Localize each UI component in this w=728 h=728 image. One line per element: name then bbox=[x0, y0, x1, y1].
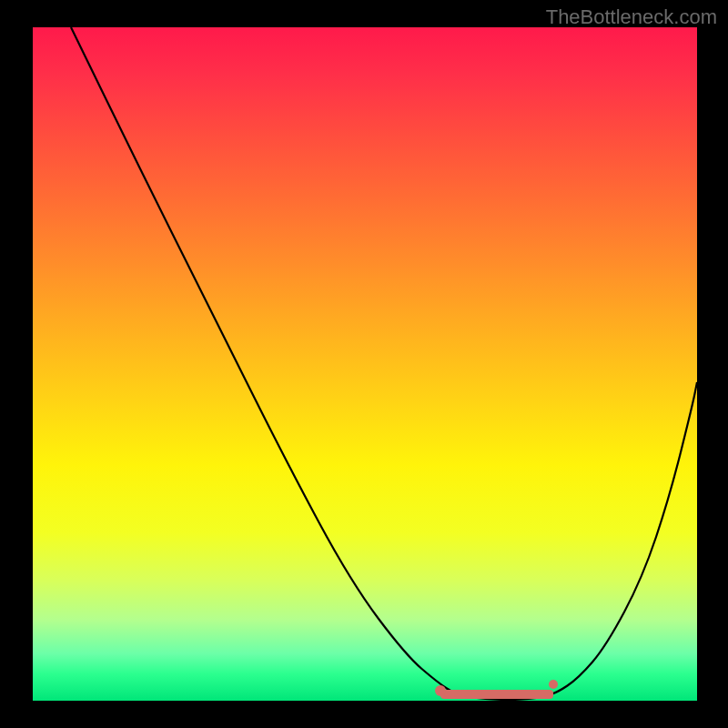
sweet-spot-dot-left bbox=[435, 685, 446, 696]
chart-area bbox=[33, 27, 697, 701]
curve-svg bbox=[33, 27, 697, 701]
sweet-spot-dot-right bbox=[549, 680, 558, 689]
watermark-text: TheBottleneck.com bbox=[546, 5, 717, 29]
bottleneck-curve bbox=[71, 27, 697, 700]
sweet-spot-bar bbox=[440, 690, 553, 699]
